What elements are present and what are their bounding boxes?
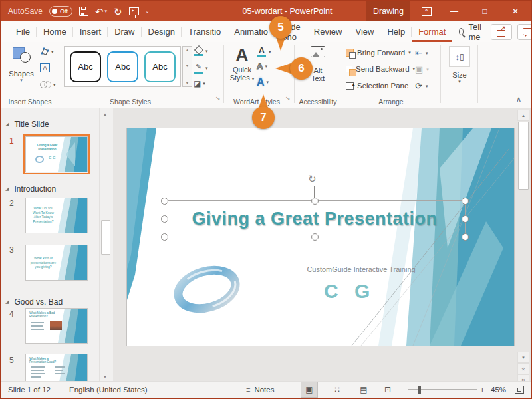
tab-help[interactable]: Help <box>380 21 412 42</box>
gallery-more-button[interactable]: ▼ <box>186 80 190 85</box>
shapes-dropdown[interactable]: ▾ <box>5 78 37 83</box>
close-button[interactable]: ✕ <box>504 1 527 21</box>
thumbnails-scroll-up[interactable]: ▲ <box>100 109 110 119</box>
rotate-button[interactable]: ⟳ ▾ <box>415 81 428 91</box>
minimize-button[interactable]: — <box>443 1 466 21</box>
reading-view-button[interactable]: ▤ <box>355 382 372 398</box>
merge-shapes-dropdown[interactable]: ▾ <box>53 82 56 88</box>
tab-home[interactable]: Home <box>37 21 73 42</box>
editor-scroll-down[interactable]: ▼ <box>517 352 529 363</box>
shape-style-swatch-3[interactable]: Abc <box>144 51 176 82</box>
text-outline-button[interactable]: A ▾ <box>257 62 267 70</box>
zoom-level[interactable]: 45% <box>491 382 506 398</box>
shape-effects-button[interactable]: ◪ ▾ <box>194 80 205 88</box>
section-title-slide[interactable]: ◢ Title Slide <box>5 120 49 129</box>
selection-pane-button[interactable]: Selection Pane <box>346 82 408 90</box>
start-slideshow-button[interactable] <box>129 7 139 15</box>
tab-view[interactable]: View <box>348 21 380 42</box>
resize-handle-bottom-left[interactable] <box>161 233 168 241</box>
rotate-handle[interactable]: ↻ <box>308 173 317 185</box>
align-dropdown[interactable]: ▾ <box>426 51 428 56</box>
slide-show-view-button[interactable]: ⊡ <box>379 382 396 398</box>
wordart-styles-dialog-launcher[interactable]: ↘ <box>285 95 291 102</box>
rotate-dropdown[interactable]: ▾ <box>426 84 428 89</box>
send-backward-button[interactable]: Send Backward ▾ <box>346 65 415 73</box>
shape-effects-dropdown[interactable]: ▾ <box>203 81 205 86</box>
slide-cg-logo-text[interactable]: C G <box>324 280 375 303</box>
text-effects-dropdown[interactable]: ▾ <box>267 80 269 85</box>
shape-fill-button[interactable]: ▾ <box>194 47 208 56</box>
comments-button[interactable] <box>517 24 532 40</box>
slide-3-thumbnail[interactable]: What kind of presentations are you givin… <box>25 245 88 281</box>
tab-animations[interactable]: Animatio <box>227 21 275 42</box>
maximize-button[interactable]: □ <box>473 1 496 21</box>
share-button[interactable] <box>491 24 512 40</box>
thumbnail-pane-scrollbar[interactable]: ▲ ▼ <box>99 108 110 382</box>
redo-button[interactable]: ↻ <box>114 7 122 17</box>
edit-shape-button[interactable]: ▾ <box>40 47 54 56</box>
slide-canvas[interactable]: Giving a Great Presentation ↻ <box>126 128 515 346</box>
zoom-slider-thumb[interactable] <box>418 386 421 394</box>
language-indicator[interactable]: English (United States) <box>69 382 148 398</box>
autosave-toggle[interactable]: Off <box>49 6 72 17</box>
tab-design[interactable]: Design <box>142 21 182 42</box>
shape-style-swatch-1[interactable]: Abc <box>70 51 101 82</box>
slide-4-thumbnail[interactable]: What Makes a Bad Presentation? <box>25 308 88 344</box>
bring-forward-button[interactable]: Bring Forward ▾ <box>346 49 411 57</box>
tab-insert[interactable]: Insert <box>73 21 108 42</box>
shape-fill-dropdown[interactable]: ▾ <box>205 49 208 54</box>
editor-scroll-thumb[interactable] <box>518 122 529 190</box>
resize-handle-top-left[interactable] <box>161 198 168 205</box>
text-box-button[interactable]: A <box>40 63 50 72</box>
size-dropdown[interactable]: ▾ <box>444 79 475 84</box>
slide-title-text[interactable]: Giving a Great Presentation <box>164 201 465 237</box>
slide-2-thumbnail[interactable]: What Do You Want To Know After Today's P… <box>25 198 88 233</box>
tab-file[interactable]: File <box>9 21 37 42</box>
zoom-out-button[interactable]: − <box>399 382 404 398</box>
tab-review[interactable]: Review <box>307 21 349 42</box>
text-effects-button[interactable]: A ▾ <box>257 77 269 87</box>
editor-scrollbar[interactable]: ▲ ▼ « » <box>517 108 529 382</box>
save-button[interactable] <box>79 7 88 16</box>
title-text-box[interactable]: Giving a Great Presentation ↻ <box>164 200 466 237</box>
fit-to-window-button[interactable] <box>515 382 524 398</box>
undo-dropdown[interactable]: ▾ <box>104 9 107 14</box>
resize-handle-mid-right[interactable] <box>462 215 469 223</box>
normal-view-button[interactable]: ▣ <box>301 382 318 398</box>
gallery-scroll-down[interactable]: ▼ <box>186 64 190 68</box>
quick-styles-button[interactable]: A Quick Styles ▾ <box>226 45 258 82</box>
ribbon-display-options-button[interactable]: ^ <box>415 1 438 21</box>
size-button[interactable]: ↕ ▯ Size ▾ <box>444 46 475 84</box>
slide-subtitle-text[interactable]: CustomGuide Interactive Training <box>295 265 428 273</box>
customize-qat-button[interactable]: ⌄ <box>146 9 150 14</box>
tab-format[interactable]: Format <box>412 21 452 42</box>
slide-1-thumbnail[interactable]: Giving a Great Presentation C G <box>25 136 88 172</box>
drawing-context-tab[interactable]: Drawing <box>366 1 410 21</box>
tell-me-button[interactable]: Tell me <box>452 21 491 42</box>
tab-transitions[interactable]: Transitio <box>182 21 227 42</box>
bring-forward-dropdown[interactable]: ▾ <box>408 50 411 55</box>
section-good-vs-bad[interactable]: ◢ Good vs. Bad <box>5 297 63 307</box>
text-fill-button[interactable]: A ▾ <box>257 46 271 57</box>
collapse-ribbon-button[interactable]: ∧ <box>516 95 521 104</box>
editor-scroll-up[interactable]: ▲ <box>517 110 529 121</box>
resize-handle-mid-left[interactable] <box>161 215 168 223</box>
resize-handle-top-center[interactable] <box>311 198 319 205</box>
gallery-scroll-up[interactable]: ▲ <box>186 48 190 52</box>
resize-handle-bottom-right[interactable] <box>462 233 469 241</box>
slide-indicator[interactable]: Slide 1 of 12 <box>8 382 51 398</box>
shape-outline-dropdown[interactable]: ▾ <box>205 66 208 71</box>
text-outline-dropdown[interactable]: ▾ <box>265 64 267 69</box>
shape-styles-dialog-launcher[interactable]: ↘ <box>215 95 221 102</box>
align-button[interactable]: ⇤ ▾ <box>415 48 428 58</box>
thumbnails-scroll-thumb[interactable] <box>101 220 110 255</box>
merge-shapes-button[interactable]: ▾ <box>40 79 56 91</box>
resize-handle-bottom-center[interactable] <box>311 233 319 241</box>
slide-sorter-view-button[interactable]: ∷ <box>329 382 346 398</box>
group-button[interactable]: ▣ ▾ <box>415 65 429 74</box>
section-introduction[interactable]: ◢ Introduction <box>5 184 56 194</box>
notes-button[interactable]: ≡ Notes <box>246 382 274 398</box>
shape-outline-button[interactable]: ✎ ▾ <box>194 63 208 74</box>
shape-style-swatch-2[interactable]: Abc <box>107 51 138 82</box>
undo-button[interactable]: ↶ ▾ <box>95 7 107 17</box>
